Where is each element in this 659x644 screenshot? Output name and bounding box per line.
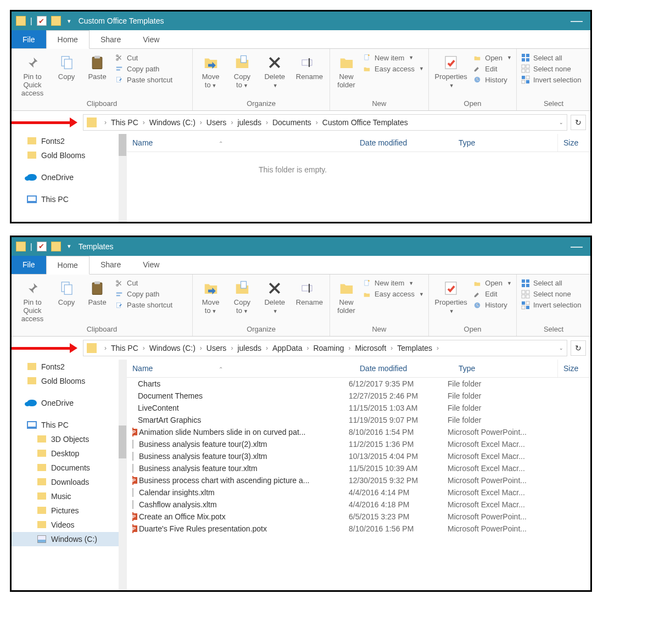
file-row[interactable]: Calendar insights.xltm 4/4/2016 4:14 PM … xyxy=(127,486,590,499)
nav-item[interactable]: This PC xyxy=(12,418,126,432)
nav-item[interactable]: Windows (C:) xyxy=(12,532,126,546)
invert-selection-button[interactable]: Invert selection xyxy=(521,301,581,310)
titlebar[interactable]: | ✔ ▾ Custom Office Templates — xyxy=(12,12,590,30)
tab-file[interactable]: File xyxy=(12,256,46,274)
column-header-name[interactable]: Name⌃ xyxy=(127,360,354,377)
breadcrumb-segment[interactable]: Documents xyxy=(272,118,311,127)
minimize-button[interactable]: — xyxy=(567,14,586,28)
breadcrumb-segment[interactable]: Users xyxy=(206,344,227,352)
easy-access-button[interactable]: Easy access▼ xyxy=(362,64,424,73)
open-button[interactable]: Open▼ xyxy=(473,53,512,62)
file-row[interactable]: Animation slide Numbers slide in on curv… xyxy=(127,426,590,438)
properties-button[interactable]: Properties▼ xyxy=(433,278,468,315)
paste-shortcut-button[interactable]: Paste shortcut xyxy=(115,301,172,310)
nav-item[interactable]: Fonts2 xyxy=(12,360,126,374)
refresh-button[interactable]: ↻ xyxy=(571,340,586,356)
breadcrumb-segment[interactable]: This PC xyxy=(111,344,138,352)
file-row[interactable]: Business analysis feature tour(2).xltm 1… xyxy=(127,438,590,450)
scrollbar[interactable] xyxy=(119,134,126,222)
breadcrumb-segment[interactable]: Microsoft xyxy=(355,344,386,352)
delete-button[interactable]: Delete▼ xyxy=(260,52,289,89)
qat-properties-icon[interactable]: ✔ xyxy=(37,242,47,251)
minimize-button[interactable]: — xyxy=(567,239,586,254)
scrollbar[interactable] xyxy=(119,360,126,590)
nav-item[interactable]: OneDrive xyxy=(12,170,126,184)
nav-item[interactable]: Music xyxy=(12,489,126,503)
tab-view[interactable]: View xyxy=(132,256,170,274)
easy-access-button[interactable]: Easy access▼ xyxy=(362,290,424,299)
rename-button[interactable]: Rename xyxy=(294,278,325,307)
column-header-type[interactable]: Type xyxy=(453,360,557,377)
select-none-button[interactable]: Select none xyxy=(521,64,581,73)
column-header-name[interactable]: Name⌃ xyxy=(127,134,354,152)
file-row[interactable]: Charts 6/12/2017 9:35 PM File folder xyxy=(127,378,590,390)
nav-pane[interactable]: Fonts2Gold BloomsOneDriveThis PC xyxy=(12,134,127,222)
breadcrumb-segment[interactable]: This PC xyxy=(111,118,138,127)
breadcrumb-segment[interactable]: Templates xyxy=(397,344,432,352)
pin-to-quick-access-button[interactable]: Pin to Quick access xyxy=(16,52,49,98)
paste-shortcut-button[interactable]: Paste shortcut xyxy=(115,75,172,84)
file-row[interactable]: Business process chart with ascending pi… xyxy=(127,474,590,486)
scrollbar-thumb[interactable] xyxy=(119,425,126,458)
history-button[interactable]: History xyxy=(473,301,512,310)
tab-share[interactable]: Share xyxy=(90,256,132,274)
titlebar[interactable]: | ✔ ▾ Templates — xyxy=(12,237,590,256)
new-item-button[interactable]: New item▼ xyxy=(362,53,424,62)
scrollbar-thumb[interactable] xyxy=(119,134,126,156)
refresh-button[interactable]: ↻ xyxy=(571,115,586,130)
qat-customize-caret[interactable]: ▾ xyxy=(68,18,71,25)
new-item-button[interactable]: New item▼ xyxy=(362,279,424,288)
chevron-down-icon[interactable]: ⌄ xyxy=(559,120,563,125)
cut-button[interactable]: Cut xyxy=(115,279,172,288)
copy-button[interactable]: Copy xyxy=(53,52,80,81)
nav-item[interactable]: OneDrive xyxy=(12,396,126,410)
tab-view[interactable]: View xyxy=(132,30,170,48)
select-all-button[interactable]: Select all xyxy=(521,279,581,288)
file-row[interactable]: Business analysis feature tour.xltm 11/5… xyxy=(127,462,590,474)
move-to-button[interactable]: Move to▼ xyxy=(197,278,224,315)
address-bar[interactable]: ›This PC›Windows (C:)›Users›julesds›Docu… xyxy=(83,114,567,131)
file-row[interactable]: SmartArt Graphics 11/19/2015 9:07 PM Fil… xyxy=(127,414,590,426)
breadcrumb-segment[interactable]: Roaming xyxy=(313,344,344,352)
tab-home[interactable]: Home xyxy=(46,256,90,275)
breadcrumb-segment[interactable]: julesds xyxy=(237,344,261,352)
nav-item[interactable]: Downloads xyxy=(12,475,126,489)
chevron-down-icon[interactable]: ⌄ xyxy=(559,345,563,351)
properties-button[interactable]: Properties▼ xyxy=(433,52,468,89)
tab-file[interactable]: File xyxy=(12,30,46,48)
qat-properties-icon[interactable]: ✔ xyxy=(37,16,47,26)
delete-button[interactable]: Delete▼ xyxy=(260,278,289,315)
column-header-date[interactable]: Date modified xyxy=(354,360,453,377)
nav-item[interactable]: 3D Objects xyxy=(12,432,126,446)
paste-button[interactable]: Paste xyxy=(84,52,110,81)
nav-item[interactable]: Pictures xyxy=(12,503,126,518)
pin-to-quick-access-button[interactable]: Pin to Quick access xyxy=(16,278,49,323)
breadcrumb-segment[interactable]: Users xyxy=(206,118,227,127)
breadcrumb-segment[interactable]: Windows (C:) xyxy=(149,118,196,127)
edit-button[interactable]: Edit xyxy=(473,64,512,73)
move-to-button[interactable]: Move to▼ xyxy=(197,52,224,89)
new-folder-button[interactable]: New folder xyxy=(334,52,358,89)
paste-button[interactable]: Paste xyxy=(84,278,110,307)
column-header-date[interactable]: Date modified xyxy=(354,134,453,152)
column-header-size[interactable]: Size xyxy=(557,360,590,377)
breadcrumb-segment[interactable]: AppData xyxy=(272,344,302,352)
nav-item[interactable]: This PC xyxy=(12,192,126,206)
open-button[interactable]: Open▼ xyxy=(473,279,512,288)
copy-to-button[interactable]: Copy to▼ xyxy=(228,52,255,89)
breadcrumb-segment[interactable]: Custom Office Templates xyxy=(322,118,408,127)
nav-item[interactable]: Documents xyxy=(12,461,126,475)
copy-path-button[interactable]: Copy path xyxy=(115,290,172,299)
select-all-button[interactable]: Select all xyxy=(521,53,581,62)
column-header-type[interactable]: Type xyxy=(453,134,557,152)
tab-share[interactable]: Share xyxy=(90,30,132,48)
breadcrumb-segment[interactable]: julesds xyxy=(237,118,261,127)
address-bar[interactable]: ›This PC›Windows (C:)›Users›julesds›AppD… xyxy=(83,340,567,356)
copy-path-button[interactable]: Copy path xyxy=(115,64,172,73)
copy-to-button[interactable]: Copy to▼ xyxy=(228,278,255,315)
file-row[interactable]: Document Themes 12/27/2015 2:46 PM File … xyxy=(127,390,590,402)
breadcrumb-segment[interactable]: Windows (C:) xyxy=(149,344,196,352)
history-button[interactable]: History xyxy=(473,75,512,84)
select-none-button[interactable]: Select none xyxy=(521,290,581,299)
qat-customize-caret[interactable]: ▾ xyxy=(68,243,71,250)
